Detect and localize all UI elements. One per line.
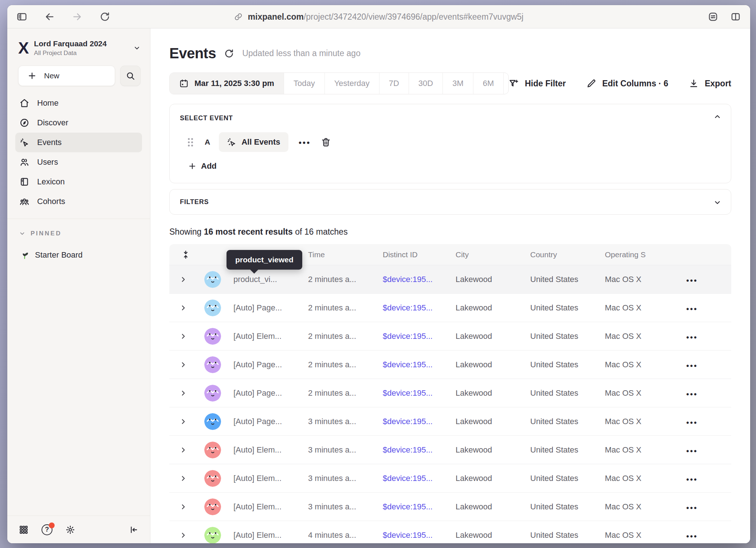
event-name: [Auto] Page...	[228, 417, 303, 426]
sidebar-item-events[interactable]: Events	[15, 133, 142, 152]
table-row[interactable]: [Auto] Elem... 4 minutes a... $device:19…	[169, 521, 731, 543]
address-bar[interactable]: mixpanel.com/project/3472420/view/397469…	[234, 5, 524, 28]
back-button[interactable]	[44, 11, 55, 23]
sidebar-item-cohorts[interactable]: Cohorts	[15, 192, 142, 211]
distinct-id-link[interactable]: $device:195...	[383, 360, 433, 369]
col-operating-system[interactable]: Operating S	[600, 250, 674, 259]
row-menu-button[interactable]: ●●●	[685, 363, 699, 368]
forward-button[interactable]	[71, 11, 83, 23]
browser-settings-icon[interactable]	[707, 11, 719, 23]
seedling-icon	[20, 250, 29, 260]
table-row[interactable]: [Auto] Page... 2 minutes a... $device:19…	[169, 293, 731, 322]
distinct-id-link[interactable]: $device:195...	[383, 502, 433, 511]
reload-button[interactable]	[99, 11, 111, 23]
new-button[interactable]: New	[18, 66, 115, 86]
settings-gear-icon[interactable]	[66, 525, 75, 535]
collapse-all-rows-icon[interactable]	[169, 250, 197, 259]
row-menu-button[interactable]: ●●●	[685, 419, 699, 425]
distinct-id-link[interactable]: $device:195...	[383, 388, 433, 398]
row-menu-button[interactable]: ●●●	[685, 334, 699, 340]
apps-grid-icon[interactable]	[19, 525, 28, 535]
distinct-id-link[interactable]: $device:195...	[383, 445, 433, 454]
distinct-id-link[interactable]: $device:195...	[383, 303, 433, 312]
event-more-button[interactable]: ●●●	[297, 139, 312, 145]
row-expand-icon[interactable]	[179, 503, 187, 511]
events-cursor-icon	[227, 137, 236, 147]
event-time: 2 minutes a...	[303, 332, 378, 341]
row-expand-icon[interactable]	[179, 418, 187, 426]
event-name: [Auto] Page...	[228, 388, 303, 398]
sidebar-item-users[interactable]: Users	[15, 152, 142, 172]
edit-columns-button[interactable]: Edit Columns · 6	[586, 78, 668, 89]
row-expand-icon[interactable]	[179, 275, 187, 283]
expand-panel-icon[interactable]	[713, 198, 721, 206]
refresh-icon[interactable]	[224, 48, 234, 59]
plus-icon	[27, 71, 37, 81]
preset-3m[interactable]: 3M	[442, 73, 473, 94]
event-city: Lakewood	[450, 502, 525, 512]
browser-toolbar: mixpanel.com/project/3472420/view/397469…	[7, 5, 750, 28]
event-name: [Auto] Elem...	[228, 502, 303, 512]
row-expand-icon[interactable]	[179, 446, 187, 454]
row-menu-button[interactable]: ●●●	[685, 476, 699, 482]
notification-dot	[49, 522, 55, 528]
collapse-sidebar-icon[interactable]	[129, 525, 138, 535]
row-menu-button[interactable]: ●●●	[685, 306, 699, 312]
row-expand-icon[interactable]	[179, 389, 187, 397]
col-country[interactable]: Country	[525, 250, 600, 259]
sidebar-item-lexicon[interactable]: Lexicon	[15, 172, 142, 192]
preset-6m[interactable]: 6M	[473, 73, 504, 94]
table-row[interactable]: [Auto] Page... 2 minutes a... $device:19…	[169, 350, 731, 379]
row-menu-button[interactable]: ●●●	[685, 505, 699, 510]
row-menu-button[interactable]: ●●●	[685, 277, 699, 283]
preset-today[interactable]: Today	[284, 73, 324, 94]
row-expand-icon[interactable]	[179, 531, 187, 539]
sidebar-item-home[interactable]: Home	[15, 93, 142, 113]
hide-filter-button[interactable]: Hide Filter	[509, 78, 566, 89]
export-button[interactable]: Export	[689, 78, 731, 89]
collapse-panel-icon[interactable]	[713, 113, 721, 121]
event-selector-chip[interactable]: All Events	[219, 132, 288, 152]
sidebar-item-discover[interactable]: Discover	[15, 113, 142, 133]
preset-7d[interactable]: 7D	[379, 73, 409, 94]
browser-sidebar-toggle-icon[interactable]	[16, 11, 28, 23]
row-expand-icon[interactable]	[179, 332, 187, 340]
add-button-label: Add	[201, 161, 217, 171]
row-expand-icon[interactable]	[179, 474, 187, 482]
split-view-icon[interactable]	[730, 11, 741, 23]
pinned-section-header[interactable]: PINNED	[7, 219, 150, 237]
table-row[interactable]: [Auto] Elem... 3 minutes a... $device:19…	[169, 464, 731, 492]
table-row[interactable]: [Auto] Page... 3 minutes a... $device:19…	[169, 407, 731, 435]
table-row[interactable]: [Auto] Page... 2 minutes a... $device:19…	[169, 379, 731, 407]
sidebar-nav: Home Discover Events Users Lexicon	[7, 90, 150, 211]
table-row[interactable]: [Auto] Elem... 3 minutes a... $device:19…	[169, 435, 731, 464]
search-icon	[126, 71, 135, 81]
distinct-id-link[interactable]: $device:195...	[383, 531, 433, 540]
add-event-button[interactable]: Add	[188, 161, 217, 171]
distinct-id-link[interactable]: $device:195...	[383, 417, 433, 426]
trash-icon[interactable]	[321, 137, 331, 147]
preset-30d[interactable]: 30D	[409, 73, 442, 94]
col-distinct-id[interactable]: Distinct ID	[378, 250, 450, 259]
pinned-item-starter-board[interactable]: Starter Board	[7, 237, 150, 260]
row-menu-button[interactable]: ●●●	[685, 533, 699, 539]
date-picker-segment[interactable]: Mar 11, 2025 3:30 pm	[170, 73, 284, 94]
row-expand-icon[interactable]	[179, 361, 187, 369]
help-button[interactable]: ?	[42, 524, 52, 535]
distinct-id-link[interactable]: $device:195...	[383, 332, 433, 341]
row-expand-icon[interactable]	[179, 304, 187, 312]
drag-handle[interactable]	[188, 138, 193, 146]
col-city[interactable]: City	[450, 250, 525, 259]
distinct-id-link[interactable]: $device:195...	[383, 474, 433, 483]
preset-12m[interactable]: 12M	[503, 73, 509, 94]
preset-yesterday[interactable]: Yesterday	[324, 73, 379, 94]
search-button[interactable]	[120, 66, 141, 86]
table-row[interactable]: [Auto] Elem... 3 minutes a... $device:19…	[169, 492, 731, 521]
event-os: Mac OS X	[600, 303, 674, 313]
project-switcher[interactable]: X Lord Farquaad 2024 All Project Data	[7, 28, 150, 57]
table-row[interactable]: [Auto] Elem... 2 minutes a... $device:19…	[169, 322, 731, 350]
distinct-id-link[interactable]: $device:195...	[383, 275, 433, 284]
row-menu-button[interactable]: ●●●	[685, 391, 699, 397]
col-time[interactable]: Time	[303, 250, 378, 259]
row-menu-button[interactable]: ●●●	[685, 448, 699, 454]
